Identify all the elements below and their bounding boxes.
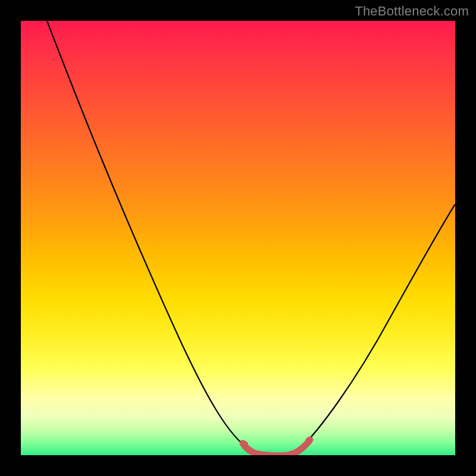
optimal-band-dot-right bbox=[305, 437, 312, 444]
optimal-band-highlight bbox=[243, 440, 310, 455]
watermark-text: TheBottleneck.com bbox=[355, 4, 469, 19]
optimal-band-dot-left bbox=[241, 441, 248, 448]
curve-svg bbox=[21, 21, 455, 455]
bottleneck-curve-line bbox=[47, 21, 455, 455]
plot-area bbox=[21, 21, 455, 455]
chart-frame: TheBottleneck.com bbox=[0, 0, 476, 476]
